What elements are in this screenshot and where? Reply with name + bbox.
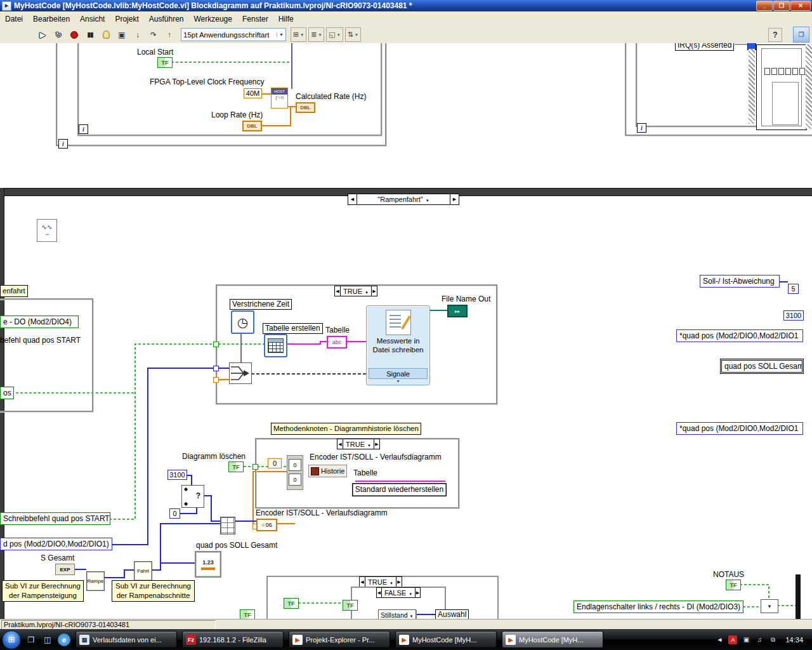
reorder-dropdown[interactable]: ⇅▼	[345, 27, 361, 42]
tray-expand-icon[interactable]: ◄	[715, 635, 724, 644]
chevron-down-icon[interactable]	[410, 611, 414, 619]
build-table-expressvi[interactable]	[264, 334, 287, 357]
close-button[interactable]: ✕	[790, 1, 811, 11]
case-selector-value[interactable]: TRUE	[341, 286, 371, 296]
numeric-constant-0[interactable]: 0	[169, 508, 180, 519]
menu-projekt[interactable]: Projekt	[110, 13, 143, 25]
comparison-node[interactable]	[761, 599, 778, 613]
menu-hilfe[interactable]: Hilfe	[273, 13, 299, 25]
abort-button[interactable]	[67, 28, 81, 41]
soll-gesamt-terminal[interactable]: 1.23	[195, 551, 221, 578]
case-dropdown-icon[interactable]	[409, 589, 412, 597]
case-boolean[interactable]: TF	[343, 600, 358, 611]
case-selector-value[interactable]: TRUE	[343, 439, 374, 449]
case-selector-value[interactable]: TRUE	[365, 577, 396, 587]
case-dropdown-icon[interactable]	[365, 288, 369, 295]
menu-fenster[interactable]: Fenster	[237, 13, 273, 25]
subdiagram-info-icon[interactable]: i	[79, 124, 88, 134]
timing-vi-icon[interactable]	[37, 219, 57, 242]
quicklaunch-desktop-icon[interactable]: ◫	[41, 633, 54, 646]
case-boolean[interactable]: TF	[240, 609, 255, 619]
case-prev-icon[interactable]	[337, 439, 343, 449]
write-measurement-file-expressvi[interactable]: Messwerte in Datei schreiben Signale	[366, 305, 430, 385]
case-boolean[interactable]: TF	[284, 598, 299, 609]
conversion-node[interactable]: 06	[256, 519, 277, 531]
exp-node[interactable]: EXP	[55, 564, 75, 575]
case-next-icon[interactable]	[450, 194, 459, 204]
step-out-button[interactable]: ↑	[162, 28, 176, 41]
case-prev-icon[interactable]	[335, 286, 341, 296]
file-path-terminal[interactable]	[447, 305, 468, 317]
fahrt-subvi[interactable]: Fahrt	[134, 561, 152, 581]
run-button[interactable]: ▶	[36, 28, 49, 41]
write-cmd-terminal[interactable]: Schreibbefehl quad pos START	[0, 512, 110, 525]
select-node[interactable]	[181, 485, 204, 508]
quicklaunch-switcher-icon[interactable]: ❐	[25, 633, 37, 646]
string-terminal[interactable]: abc	[327, 336, 347, 348]
numeric-constant-3100[interactable]: 3100	[167, 470, 187, 480]
menu-bearbeiten[interactable]: Bearbeiten	[28, 13, 75, 25]
endlagenschalter-terminal[interactable]: Endlagenschalter links / rechts - DI (Mo…	[573, 600, 743, 613]
taskbar-button-myhostcode-2[interactable]: ▶ MyHostCode [MyH...	[502, 631, 603, 648]
case-dropdown-icon[interactable]	[426, 196, 429, 203]
taskbar-button-filezilla[interactable]: Fz 192.168.1.2 - FileZilla	[182, 631, 284, 648]
case-next-icon[interactable]	[371, 286, 377, 296]
quicklaunch-browser-icon[interactable]: e	[58, 633, 70, 646]
quad-pos-terminal-2[interactable]: *quad pos (Mod2/DIO0,Mod2/DIO1	[676, 422, 803, 435]
step-into-button[interactable]: ↓	[131, 28, 145, 41]
align-objects-dropdown[interactable]: ⊞▼	[291, 27, 306, 42]
tray-antivirus-icon[interactable]: A	[728, 635, 737, 644]
subdiagram-info-icon[interactable]: i	[58, 139, 68, 149]
restore-default-button[interactable]: Standard wiederherstellen	[352, 483, 447, 496]
case-prev-icon[interactable]	[348, 194, 357, 204]
case-dropdown-icon[interactable]	[390, 578, 393, 586]
local-start-boolean[interactable]: TF	[157, 57, 173, 68]
merge-signals-node[interactable]	[229, 362, 252, 384]
clear-chart-boolean[interactable]: TF	[228, 461, 244, 472]
taskbar-button-myhostcode-1[interactable]: ▶ MyHostCode [MyH...	[395, 631, 497, 648]
bundle-node[interactable]	[220, 517, 235, 534]
menu-ansicht[interactable]: Ansicht	[75, 13, 110, 25]
case-next-icon[interactable]	[415, 588, 420, 597]
calculated-rate-terminal[interactable]: DBL	[296, 102, 315, 113]
pause-button[interactable]: ▮▮	[83, 28, 97, 41]
pos-partial-terminal[interactable]: os	[0, 387, 14, 399]
start-button[interactable]: ⊞	[2, 630, 21, 649]
history-data-node[interactable]: 0 0	[287, 455, 303, 490]
clock-constant[interactable]: 40M	[244, 88, 262, 98]
maximize-button[interactable]: ❐	[773, 1, 790, 11]
notaus-boolean[interactable]: TF	[726, 580, 741, 590]
case-prev-icon[interactable]	[377, 588, 382, 597]
minimize-button[interactable]: _	[756, 1, 773, 11]
host-node[interactable]: HOST ƒ÷n	[271, 88, 288, 109]
subdiagram-info-icon[interactable]: i	[637, 123, 646, 133]
array-constant[interactable]	[756, 44, 807, 130]
retain-wire-values-button[interactable]: ▣	[115, 28, 129, 41]
font-selector[interactable]: 15pt Anwendungsschriftart ▼	[181, 28, 286, 41]
numeric-constant-3100[interactable]: 3100	[783, 310, 804, 321]
elapsed-time-expressvi[interactable]: ◷	[231, 310, 254, 334]
numeric-constant-5[interactable]: 5	[788, 284, 799, 294]
context-help-button[interactable]: ❐	[793, 27, 809, 43]
dpos-terminal[interactable]: d pos (Mod2/DIO0,Mod2/DIO1)	[0, 538, 112, 550]
expand-chevron-icon[interactable]	[396, 376, 400, 385]
resize-objects-dropdown[interactable]: ◱▼	[326, 27, 343, 42]
case-selector-value[interactable]: "Rampenfahrt"	[357, 194, 450, 204]
stillstand-enum[interactable]: Stillstand	[378, 609, 416, 619]
case-next-icon[interactable]	[374, 439, 379, 449]
auswahl-box[interactable]: Auswahl	[435, 609, 469, 619]
highlight-execution-button[interactable]	[99, 28, 113, 41]
taskbar-clock[interactable]: 14:34	[782, 636, 807, 644]
taskbar-button-verlaufsdaten[interactable]: ▤ Verlaufsdaten von ei...	[75, 631, 177, 648]
historie-property-node[interactable]: Historie	[308, 465, 347, 477]
rampe-subvi[interactable]: Rampe	[86, 571, 105, 591]
chevron-down-icon[interactable]: ▼	[277, 32, 284, 37]
step-over-button[interactable]: ↷	[147, 28, 160, 41]
run-continuous-button[interactable]: ↻	[51, 28, 65, 41]
tray-network-icon[interactable]: ⧉	[768, 635, 777, 644]
distribute-objects-dropdown[interactable]: ≣▼	[308, 27, 324, 42]
case-dropdown-icon[interactable]	[367, 441, 371, 448]
tray-volume-icon[interactable]: ♫	[755, 635, 764, 644]
help-button[interactable]: ?	[768, 28, 782, 42]
deviation-terminal[interactable]: Soll-/ Ist-Abweichung	[700, 275, 780, 288]
